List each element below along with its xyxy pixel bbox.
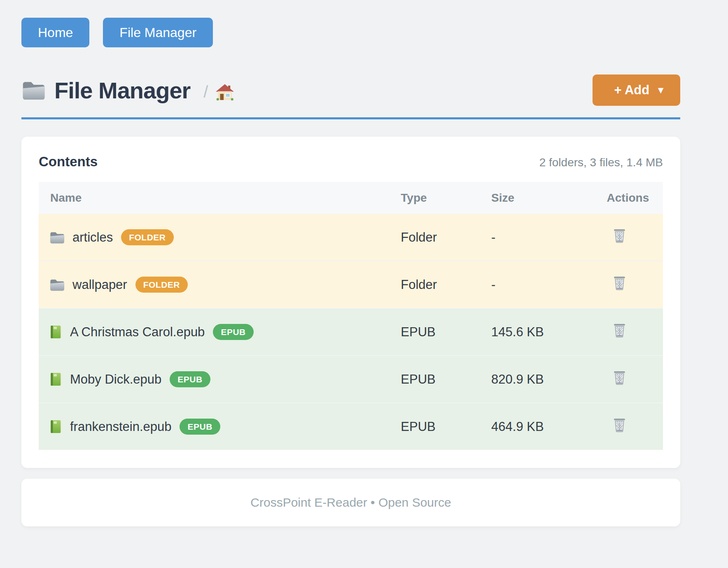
delete-button[interactable]: [613, 323, 626, 338]
delete-button[interactable]: [613, 370, 626, 385]
table-row-moby-dick: Moby Dick.epub EPUB EPUB 820.9 KB: [39, 356, 663, 403]
size-cell: -: [491, 214, 607, 261]
size-cell: 820.9 KB: [491, 356, 607, 403]
title-divider: [21, 117, 680, 119]
epub-badge: EPUB: [180, 419, 220, 435]
trash-icon: [613, 323, 626, 338]
file-link[interactable]: A Christmas Carol.epub: [70, 325, 205, 340]
table-row-christmas-carol: A Christmas Carol.epub EPUB EPUB 145.6 K…: [39, 308, 663, 356]
delete-button[interactable]: [613, 228, 626, 243]
add-button[interactable]: + Add ▼: [593, 74, 680, 106]
file-table: Name Type Size Actions articles FOLDER: [39, 182, 663, 450]
epub-badge: EPUB: [170, 371, 210, 387]
delete-button[interactable]: [613, 417, 626, 433]
book-icon: [49, 372, 63, 387]
column-header-name: Name: [39, 182, 401, 214]
size-cell: 145.6 KB: [491, 308, 607, 356]
trash-icon: [613, 417, 626, 433]
add-button-text: + Add: [614, 83, 649, 98]
trash-icon: [613, 370, 626, 385]
table-header: Name Type Size Actions: [39, 182, 663, 214]
page: Home File Manager File Manager / + Add ▼…: [0, 0, 728, 526]
chevron-down-icon: ▼: [656, 85, 665, 96]
footer: CrossPoint E-Reader • Open Source: [21, 479, 680, 526]
type-cell: EPUB: [401, 356, 491, 403]
folder-badge: FOLDER: [121, 229, 173, 245]
delete-button[interactable]: [613, 275, 626, 291]
table-row-wallpaper: wallpaper FOLDER Folder -: [39, 261, 663, 308]
contents-summary: 2 folders, 3 files, 1.4 MB: [539, 156, 663, 169]
breadcrumb-separator: /: [203, 83, 208, 101]
epub-badge: EPUB: [213, 324, 253, 340]
folder-icon: [49, 278, 65, 292]
size-cell: -: [491, 261, 607, 308]
breadcrumb-home-link[interactable]: [215, 83, 234, 101]
book-icon: [49, 324, 63, 340]
column-header-size: Size: [491, 182, 607, 214]
top-nav: Home File Manager: [21, 18, 680, 47]
title-row: File Manager / + Add ▼: [21, 74, 680, 106]
file-manager-button[interactable]: File Manager: [103, 18, 213, 47]
folder-badge: FOLDER: [135, 277, 188, 293]
footer-text: CrossPoint E-Reader • Open Source: [250, 496, 451, 509]
trash-icon: [613, 275, 626, 291]
contents-header: Contents 2 folders, 3 files, 1.4 MB: [39, 154, 663, 170]
folder-link[interactable]: wallpaper: [72, 277, 127, 292]
contents-title: Contents: [39, 154, 98, 170]
trash-icon: [613, 228, 626, 243]
home-icon: [215, 83, 234, 101]
folder-icon: [49, 230, 65, 244]
table-row-articles: articles FOLDER Folder -: [39, 214, 663, 261]
size-cell: 464.9 KB: [491, 403, 607, 450]
folder-icon: [21, 80, 46, 101]
table-row-frankenstein: frankenstein.epub EPUB EPUB 464.9 KB: [39, 403, 663, 450]
page-title: File Manager: [54, 77, 190, 104]
file-link[interactable]: Moby Dick.epub: [70, 372, 161, 387]
type-cell: Folder: [401, 261, 491, 308]
column-header-type: Type: [401, 182, 491, 214]
contents-card: Contents 2 folders, 3 files, 1.4 MB Name…: [21, 137, 680, 468]
file-link[interactable]: frankenstein.epub: [70, 419, 171, 434]
type-cell: Folder: [401, 214, 491, 261]
book-icon: [49, 419, 63, 434]
type-cell: EPUB: [401, 403, 491, 450]
type-cell: EPUB: [401, 308, 491, 356]
column-header-actions: Actions: [607, 182, 663, 214]
home-button[interactable]: Home: [21, 18, 89, 47]
folder-link[interactable]: articles: [72, 230, 113, 245]
